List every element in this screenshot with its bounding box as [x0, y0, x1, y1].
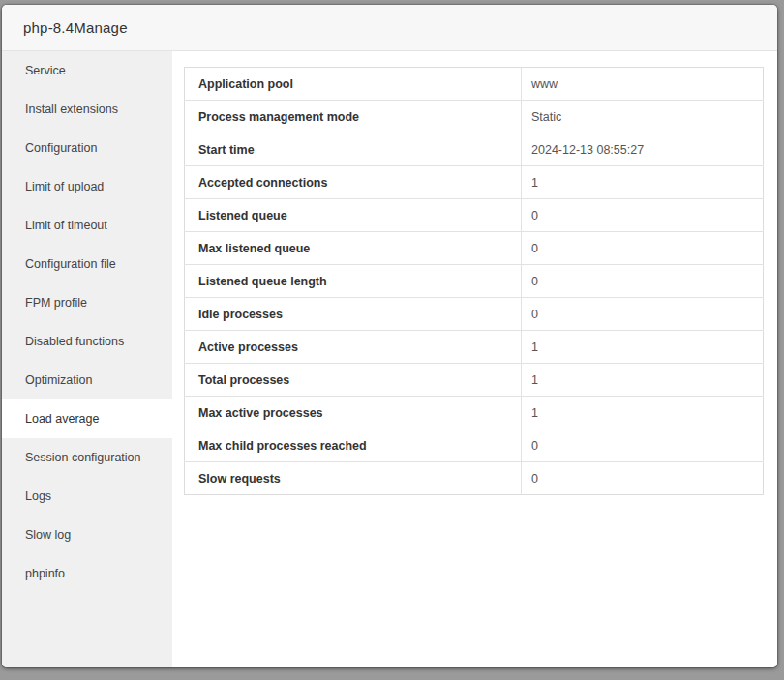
load-average-panel: Application pool www Process management … — [172, 51, 777, 667]
table-row: Start time 2024-12-13 08:55:27 — [185, 133, 764, 166]
row-label: Process management mode — [185, 101, 522, 133]
sidebar-item-limit-of-upload[interactable]: Limit of upload — [2, 167, 172, 206]
table-row: Total processes 1 — [185, 364, 764, 397]
row-value: 1 — [522, 331, 764, 364]
table-row: Application pool www — [185, 68, 764, 101]
row-label: Idle processes — [185, 298, 522, 331]
modal-body: Service Install extensions Configuration… — [2, 51, 777, 667]
row-value: 0 — [522, 232, 764, 265]
sidebar-item-optimization[interactable]: Optimization — [2, 361, 172, 399]
row-label: Max child processes reached — [185, 429, 522, 462]
row-value: Static — [522, 101, 764, 133]
row-label: Application pool — [185, 68, 522, 101]
table-row: Active processes 1 — [185, 331, 764, 364]
table-row: Max child processes reached 0 — [185, 429, 764, 462]
php-manage-modal: php-8.4Manage Service Install extensions… — [2, 5, 777, 667]
row-label: Max listened queue — [185, 232, 522, 265]
modal-title: php-8.4Manage — [23, 19, 128, 36]
sidebar-item-install-extensions[interactable]: Install extensions — [2, 90, 172, 129]
sidebar-item-disabled-functions[interactable]: Disabled functions — [2, 322, 172, 361]
row-value: 0 — [522, 462, 764, 495]
row-value: 1 — [522, 166, 764, 199]
row-value: 1 — [522, 397, 764, 429]
row-value: 2024-12-13 08:55:27 — [522, 133, 764, 166]
table-row: Listened queue length 0 — [185, 265, 764, 298]
sidebar-item-session-configuration[interactable]: Session configuration — [2, 438, 172, 477]
row-value: www — [522, 68, 764, 101]
row-value: 0 — [522, 265, 764, 298]
row-label: Active processes — [185, 331, 522, 364]
sidebar-item-configuration[interactable]: Configuration — [2, 129, 172, 167]
row-label: Slow requests — [185, 462, 522, 495]
row-label: Max active processes — [185, 397, 522, 429]
row-value: 0 — [522, 429, 764, 462]
sidebar-item-service[interactable]: Service — [2, 51, 172, 90]
table-row: Max active processes 1 — [185, 397, 764, 429]
fpm-status-table: Application pool www Process management … — [184, 67, 764, 495]
row-label: Total processes — [185, 364, 522, 397]
table-row: Idle processes 0 — [185, 298, 764, 331]
row-label: Accepted connections — [185, 166, 522, 199]
row-label: Listened queue — [185, 199, 522, 232]
modal-titlebar: php-8.4Manage — [2, 5, 777, 51]
table-row: Accepted connections 1 — [185, 166, 764, 199]
row-value: 0 — [522, 199, 764, 232]
table-row: Max listened queue 0 — [185, 232, 764, 265]
row-value: 1 — [522, 364, 764, 397]
table-row: Process management mode Static — [185, 101, 764, 133]
sidebar-item-logs[interactable]: Logs — [2, 477, 172, 516]
sidebar-item-configuration-file[interactable]: Configuration file — [2, 245, 172, 283]
sidebar-item-slow-log[interactable]: Slow log — [2, 516, 172, 554]
table-row: Slow requests 0 — [185, 462, 764, 495]
sidebar-nav: Service Install extensions Configuration… — [2, 51, 172, 667]
row-label: Start time — [185, 133, 522, 166]
table-row: Listened queue 0 — [185, 199, 764, 232]
sidebar-item-limit-of-timeout[interactable]: Limit of timeout — [2, 206, 172, 245]
sidebar-item-load-average[interactable]: Load average — [2, 399, 172, 438]
row-value: 0 — [522, 298, 764, 331]
sidebar-item-fpm-profile[interactable]: FPM profile — [2, 283, 172, 322]
row-label: Listened queue length — [185, 265, 522, 298]
sidebar-item-phpinfo[interactable]: phpinfo — [2, 554, 172, 593]
